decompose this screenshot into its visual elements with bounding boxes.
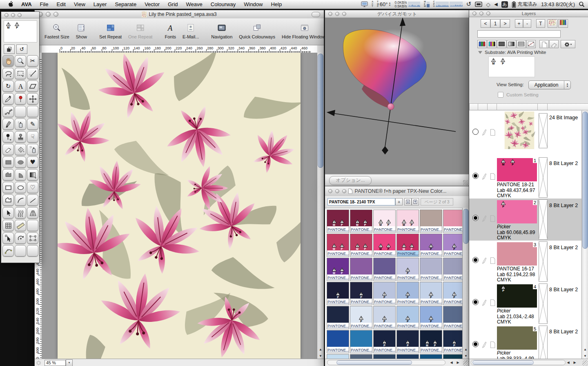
pantone-swatch-14[interactable]: PANTONE... — [350, 258, 372, 281]
pantone-swatch-27[interactable]: PPANTONE... — [373, 306, 396, 329]
layer-edit[interactable] — [481, 341, 487, 350]
minimize-button[interactable] — [479, 11, 483, 16]
layer-name-field[interactable] — [477, 30, 561, 38]
cpu-monitor[interactable]: CPU — [433, 1, 463, 8]
menu-grid[interactable]: Grid — [164, 1, 182, 7]
options-button[interactable]: オプション... — [329, 176, 372, 185]
scroll-thumb[interactable] — [336, 360, 412, 365]
tool-lasso[interactable] — [2, 68, 14, 79]
layers-vertical-scrollbar[interactable]: ▲ ▼ — [581, 111, 588, 359]
toolbar-fastest-size-button[interactable]: Fastest Size — [45, 21, 69, 39]
page-next-button[interactable] — [412, 198, 419, 205]
text-button[interactable]: T — [536, 19, 545, 28]
pantone-swatch-11[interactable]: PPANTONE... — [420, 234, 442, 257]
zoom-button[interactable] — [342, 12, 346, 16]
layer-edit[interactable] — [481, 173, 487, 182]
scroll-left-arrow[interactable]: ◀ — [565, 359, 571, 366]
pantone-swatch-26[interactable]: PPANTONE... — [350, 306, 372, 329]
tool-cursor[interactable] — [2, 207, 14, 219]
pantone-swatch-5[interactable]: PANTONE... — [420, 210, 442, 233]
menu-ava[interactable]: AVA — [17, 1, 36, 7]
pantone-swatch-16[interactable]: PPANTONE... — [396, 258, 419, 281]
tool-heart-filled[interactable]: ♥ — [27, 156, 38, 168]
pantone-swatch-10[interactable]: MPPANTONE... — [396, 234, 419, 257]
scroll-track[interactable] — [471, 360, 566, 365]
menu-vector[interactable]: Vector — [140, 1, 164, 7]
pantone-swatch-31[interactable]: PANTONE... — [327, 330, 349, 353]
tool-text[interactable]: A — [15, 80, 26, 92]
gear-menu-button[interactable] — [561, 40, 575, 48]
reset-colours-button[interactable]: ↺ — [16, 45, 27, 54]
scroll-up-arrow[interactable]: ▲ — [463, 346, 469, 353]
minimize-button[interactable] — [335, 189, 339, 193]
pantone-swatch-12[interactable]: PPANTONE... — [443, 234, 463, 257]
layer-page[interactable] — [490, 257, 496, 266]
tool-line[interactable] — [27, 194, 38, 206]
fill-gradient-button[interactable] — [507, 40, 516, 48]
tool-node-cursor[interactable] — [2, 232, 14, 244]
scroll-left-arrow[interactable]: ◀ — [448, 359, 454, 366]
layer-page[interactable] — [490, 215, 496, 224]
layer-page[interactable] — [490, 129, 496, 138]
time-machine-icon[interactable]: ↺ — [466, 1, 472, 7]
pantone-swatch-7[interactable]: MPPANTONE... — [327, 234, 349, 257]
close-button[interactable] — [328, 12, 332, 16]
close-button[interactable] — [328, 189, 332, 193]
substrate-row[interactable]: Substrate: AVA Printing White — [478, 50, 546, 55]
zoom-level-field[interactable]: 45 % — [45, 360, 66, 366]
resize-handle[interactable] — [463, 180, 468, 185]
layer-edit[interactable] — [481, 299, 487, 308]
toolbar-e-mail-button[interactable]: E-Mail... — [183, 21, 199, 39]
scroll-up-arrow[interactable]: ▲ — [582, 346, 588, 353]
layer-colour-swatch[interactable]: P4 — [497, 284, 537, 308]
menu-help[interactable]: Help — [267, 1, 286, 7]
pantone-swatch-21[interactable]: PPANTONE... — [373, 282, 396, 305]
menu-colourway[interactable]: Colourway — [207, 1, 240, 7]
pantone-search-input[interactable] — [327, 198, 395, 205]
view-setting-dropdown[interactable]: Application ▲▼ — [528, 80, 571, 89]
menu-view[interactable]: View — [70, 1, 89, 7]
scroll-up-arrow[interactable]: ▲ — [317, 346, 324, 353]
toolbar-quick-colourways-button[interactable]: Quick Colourways — [239, 21, 275, 39]
act-monitor[interactable]: ACT — [372, 1, 373, 8]
pantone-swatch-19[interactable]: PPANTONE... — [327, 282, 349, 305]
substrate-swatch[interactable]: MP — [488, 56, 535, 77]
tool-ellipse-filled[interactable] — [15, 156, 26, 168]
scroll-down-arrow[interactable]: ▼ — [582, 353, 588, 359]
toolbar-set-repeat-button[interactable]: Set Repeat — [99, 21, 122, 39]
layer-radio[interactable] — [472, 215, 479, 221]
zoom-button[interactable] — [342, 189, 346, 193]
page-prev-button[interactable] — [404, 198, 412, 205]
minimize-button[interactable] — [335, 12, 339, 16]
close-button[interactable] — [4, 13, 9, 17]
menu-file[interactable]: File — [36, 1, 53, 7]
layer-page[interactable] — [490, 299, 496, 308]
layer-page[interactable] — [490, 173, 496, 182]
toolbar-one-repeat-button[interactable]: One Repeat — [128, 21, 152, 39]
tool-path-nodes[interactable] — [2, 106, 14, 117]
tool-airbrush[interactable] — [27, 144, 38, 155]
layer-row-4[interactable]: 3PANTONE 16-17Lab 62.194,22.98CMYK8 Bit … — [469, 241, 583, 283]
new-page-button[interactable] — [539, 40, 549, 48]
resize-handle[interactable] — [463, 360, 469, 366]
pantone-swatch-9[interactable]: MPPANTONE... — [373, 234, 396, 257]
pantone-swatch-32[interactable]: PANTONE... — [350, 330, 372, 353]
apple-menu[interactable] — [3, 0, 17, 8]
next-colourway-button[interactable]: > — [500, 19, 510, 28]
layer-radio[interactable] — [472, 129, 479, 135]
toolbar-navigation-button[interactable]: Navigation — [211, 21, 232, 39]
layer-row-1[interactable]: 24 Bit Image — [469, 111, 583, 156]
tool-ellipse-outline[interactable] — [15, 182, 26, 193]
pantone-swatch-25[interactable]: PANTONE... — [327, 306, 349, 329]
airport-icon[interactable]: ◇ — [486, 2, 490, 7]
pantone-swatch-33[interactable]: PPANTONE... — [373, 330, 396, 353]
custom-setting-row[interactable]: Custom Setting — [498, 92, 539, 98]
tool-zoom[interactable] — [15, 55, 26, 67]
layer-colour-swatch[interactable]: P2 — [497, 200, 537, 223]
layer-page[interactable] — [490, 341, 496, 350]
menu-layer[interactable]: Layer — [89, 1, 111, 7]
custom-setting-checkbox[interactable] — [498, 92, 503, 98]
toolbar-hide-floating-windows-button[interactable]: Hide Floating Windows — [282, 21, 328, 39]
network-monitor[interactable]: 0.0KB/s0.5KB/s — [394, 1, 420, 8]
pattern-thumbnail-button[interactable] — [548, 19, 557, 28]
